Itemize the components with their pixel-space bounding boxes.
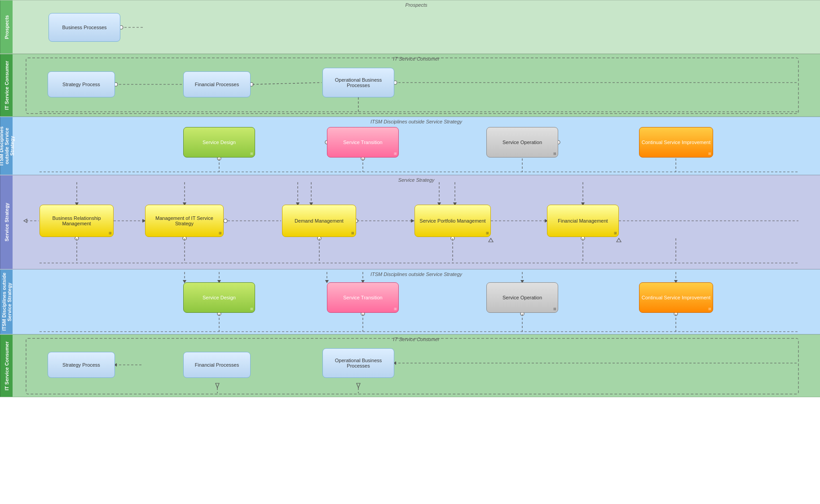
svg-point-37 [75, 237, 79, 240]
swimlane-content-it-consumer-2: IT Service Consumer Strategy Process Fin… [13, 335, 820, 397]
node-brm[interactable]: Business Relationship Management ⊞ [40, 205, 114, 237]
swimlane-title-service-strategy: Service Strategy [398, 177, 435, 183]
swimlane-content-itsm-outside-2: ITSM Disciplines outside Service Strateg… [13, 270, 820, 334]
swimlane-itsm-outside-1: ITSM Disciplines outside Service Strateg… [0, 117, 820, 175]
node-strategy-process-2[interactable]: Strategy Process [48, 352, 115, 378]
node-continual-service-improvement-2[interactable]: Continual Service Improvement ⊞ [639, 282, 713, 313]
node-service-operation-1[interactable]: Service Operation ⊞ [486, 127, 558, 158]
svg-point-52 [581, 237, 585, 240]
swimlane-title-itsm-1: ITSM Disciplines outside Service Strateg… [370, 119, 462, 124]
swimlane-prospects: Prospects Prospects Business Processes [0, 0, 820, 54]
swimlane-label-it-consumer-2: IT Service Consumer [0, 335, 13, 397]
svg-marker-55 [24, 219, 27, 223]
svg-marker-44 [411, 219, 414, 223]
svg-point-48 [451, 237, 454, 240]
node-continual-service-improvement-1[interactable]: Continual Service Improvement ⊞ [639, 127, 713, 158]
node-service-operation-2[interactable]: Service Operation ⊞ [486, 282, 558, 313]
svg-rect-3 [26, 58, 798, 114]
node-miss[interactable]: Management of IT Service Strategy ⊞ [145, 205, 224, 237]
swimlane-title-it-consumer-2: IT Service Consumer [393, 337, 439, 342]
swimlane-title-prospects: Prospects [406, 2, 428, 8]
node-demand-management[interactable]: Demand Management ⊞ [282, 205, 356, 237]
swimlane-label-prospects: Prospects [0, 0, 13, 53]
connections-row6 [13, 335, 820, 397]
svg-rect-84 [26, 338, 798, 394]
swimlane-label-service-strategy: Service Strategy [0, 175, 13, 269]
swimlane-label-itsm-outside-1: ITSM Disciplines outside Service Strateg… [0, 117, 13, 175]
swimlane-content-service-strategy: Service Strategy Business Relationship M… [13, 175, 820, 269]
connections-row2 [13, 54, 820, 116]
swimlane-title-itsm-2: ITSM Disciplines outside Service Strateg… [370, 272, 462, 277]
swimlane-label-it-consumer-1: IT Service Consumer [0, 54, 13, 116]
svg-marker-87 [216, 383, 219, 388]
swimlane-label-itsm-outside-2: ITSM Disciplines outside Service Strateg… [0, 270, 13, 334]
node-service-transition-1[interactable]: Service Transition ⊞ [327, 127, 399, 158]
node-financial-management[interactable]: Financial Management ⊞ [547, 205, 619, 237]
node-business-processes[interactable]: Business Processes [48, 13, 120, 42]
node-service-design-2[interactable]: Service Design ⊞ [183, 282, 255, 313]
svg-point-40 [224, 219, 227, 223]
node-service-design-1[interactable]: Service Design ⊞ [183, 127, 255, 158]
node-strategy-process-1[interactable]: Strategy Process [48, 71, 115, 97]
diagram-container: Prospects Prospects Business Processes I… [0, 0, 820, 504]
node-service-portfolio-management[interactable]: Service Portfolio Management ⊞ [414, 205, 491, 237]
connections-row1 [13, 0, 820, 53]
node-operational-business-processes-2[interactable]: Operational Business Processes [322, 348, 394, 378]
swimlane-itsm-outside-2: ITSM Disciplines outside Service Strateg… [0, 269, 820, 334]
node-financial-processes-2[interactable]: Financial Processes [183, 352, 251, 378]
swimlane-title-it-consumer-1: IT Service Consumer [393, 56, 439, 61]
node-service-transition-2[interactable]: Service Transition ⊞ [327, 282, 399, 313]
svg-marker-53 [617, 238, 621, 242]
swimlane-it-consumer-1: IT Service Consumer IT Service Consumer … [0, 54, 820, 117]
swimlane-content-prospects: Prospects Business Processes [13, 0, 820, 53]
swimlane-content-it-consumer-1: IT Service Consumer Strategy Process Fin… [13, 54, 820, 116]
swimlane-service-strategy: Service Strategy Service Strategy Busine… [0, 175, 820, 269]
svg-marker-49 [489, 238, 493, 242]
svg-point-38 [183, 237, 186, 240]
svg-line-7 [252, 83, 322, 84]
swimlane-it-consumer-2: IT Service Consumer IT Service Consumer … [0, 334, 820, 397]
node-financial-processes-1[interactable]: Financial Processes [183, 71, 251, 97]
node-operational-business-processes-1[interactable]: Operational Business Processes [322, 68, 394, 97]
swimlane-content-itsm-outside-1: ITSM Disciplines outside Service Strateg… [13, 117, 820, 175]
svg-point-42 [317, 237, 321, 240]
svg-marker-91 [357, 383, 360, 388]
